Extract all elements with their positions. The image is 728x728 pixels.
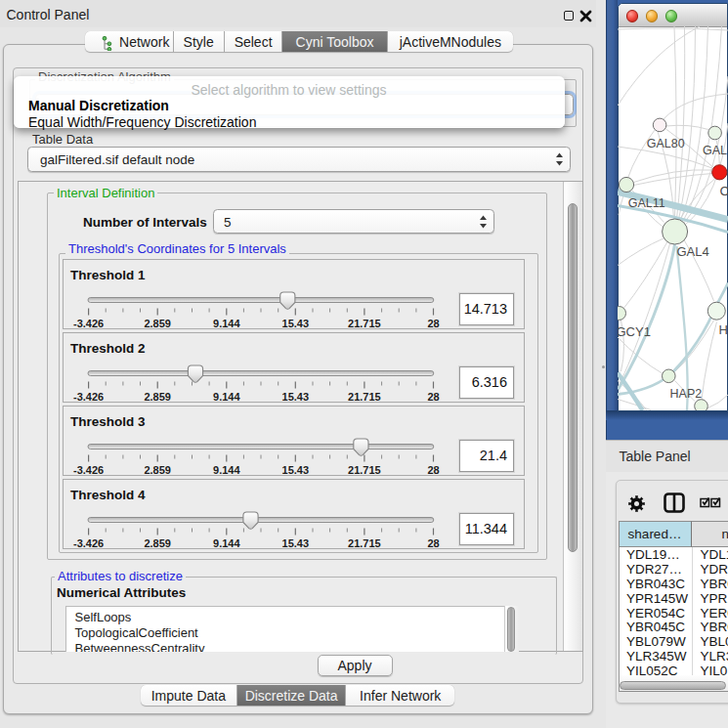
svg-text:GAL4: GAL4 bbox=[676, 244, 708, 259]
svg-text:C: C bbox=[720, 184, 728, 198]
svg-text:GAL11: GAL11 bbox=[628, 196, 665, 210]
svg-text:HAP2: HAP2 bbox=[670, 387, 703, 401]
svg-text:GAL80: GAL80 bbox=[647, 137, 685, 150]
svg-text:GCY1: GCY1 bbox=[618, 324, 651, 339]
svg-text:H: H bbox=[719, 322, 728, 337]
svg-text:GAL: GAL bbox=[703, 144, 727, 157]
